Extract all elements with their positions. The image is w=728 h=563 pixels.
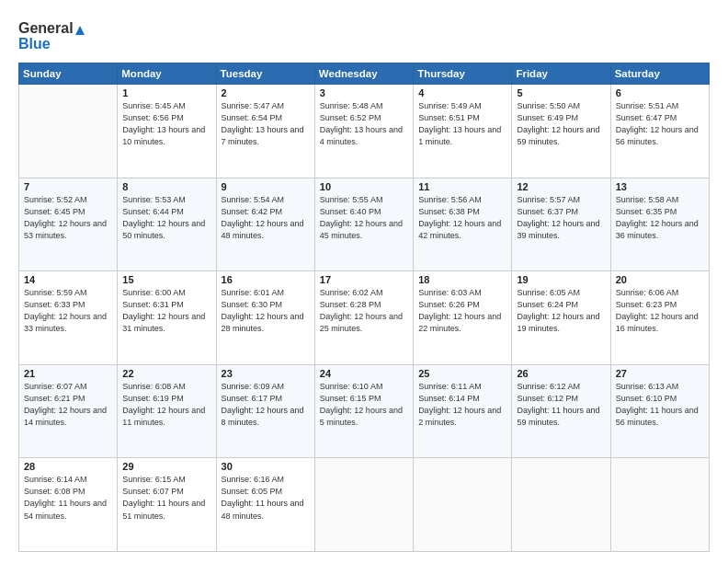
- calendar-header-row: SundayMondayTuesdayWednesdayThursdayFrid…: [19, 63, 710, 85]
- svg-marker-2: [75, 26, 85, 35]
- calendar-table: SundayMondayTuesdayWednesdayThursdayFrid…: [18, 63, 710, 552]
- day-number: 30: [222, 461, 310, 472]
- day-info: Sunrise: 6:01 AM Sunset: 6:30 PM Dayligh…: [222, 287, 310, 335]
- day-info: Sunrise: 6:08 AM Sunset: 6:19 PM Dayligh…: [122, 381, 210, 429]
- day-info: Sunrise: 5:47 AM Sunset: 6:54 PM Dayligh…: [222, 100, 310, 148]
- day-number: 23: [222, 368, 310, 379]
- day-info: Sunrise: 6:05 AM Sunset: 6:24 PM Dayligh…: [517, 287, 605, 335]
- day-info: Sunrise: 6:14 AM Sunset: 6:08 PM Dayligh…: [24, 474, 112, 522]
- calendar-cell: 17Sunrise: 6:02 AM Sunset: 6:28 PM Dayli…: [314, 271, 413, 365]
- day-number: 2: [222, 87, 310, 98]
- calendar-cell: 2Sunrise: 5:47 AM Sunset: 6:54 PM Daylig…: [216, 85, 314, 178]
- calendar-cell: 3Sunrise: 5:48 AM Sunset: 6:52 PM Daylig…: [314, 85, 413, 178]
- day-info: Sunrise: 6:15 AM Sunset: 6:07 PM Dayligh…: [122, 474, 210, 522]
- calendar-week-row: 1Sunrise: 5:45 AM Sunset: 6:56 PM Daylig…: [19, 85, 710, 178]
- calendar-cell: 18Sunrise: 6:03 AM Sunset: 6:26 PM Dayli…: [414, 271, 512, 365]
- calendar-cell: [610, 458, 709, 552]
- weekday-header-sunday: Sunday: [19, 63, 118, 85]
- calendar-cell: 7Sunrise: 5:52 AM Sunset: 6:45 PM Daylig…: [19, 178, 118, 271]
- day-info: Sunrise: 5:53 AM Sunset: 6:44 PM Dayligh…: [122, 194, 210, 242]
- day-info: Sunrise: 6:07 AM Sunset: 6:21 PM Dayligh…: [24, 381, 112, 429]
- calendar-cell: 30Sunrise: 6:16 AM Sunset: 6:05 PM Dayli…: [216, 458, 314, 552]
- day-number: 21: [24, 368, 112, 379]
- day-number: 25: [418, 368, 506, 379]
- day-number: 9: [222, 181, 310, 192]
- calendar-week-row: 7Sunrise: 5:52 AM Sunset: 6:45 PM Daylig…: [19, 178, 710, 271]
- day-info: Sunrise: 5:50 AM Sunset: 6:49 PM Dayligh…: [517, 100, 605, 148]
- calendar-cell: 29Sunrise: 6:15 AM Sunset: 6:07 PM Dayli…: [118, 458, 216, 552]
- day-number: 7: [24, 181, 112, 192]
- day-number: 22: [122, 368, 210, 379]
- day-number: 12: [517, 181, 605, 192]
- day-number: 16: [222, 274, 310, 285]
- calendar-cell: 6Sunrise: 5:51 AM Sunset: 6:47 PM Daylig…: [610, 85, 709, 178]
- weekday-header-thursday: Thursday: [414, 63, 512, 85]
- calendar-cell: 25Sunrise: 6:11 AM Sunset: 6:14 PM Dayli…: [414, 364, 512, 458]
- day-info: Sunrise: 6:09 AM Sunset: 6:17 PM Dayligh…: [222, 381, 310, 429]
- day-number: 20: [616, 274, 704, 285]
- calendar-cell: 20Sunrise: 6:06 AM Sunset: 6:23 PM Dayli…: [610, 271, 709, 365]
- day-number: 11: [418, 181, 506, 192]
- day-info: Sunrise: 5:55 AM Sunset: 6:40 PM Dayligh…: [320, 194, 408, 242]
- calendar-cell: 13Sunrise: 5:58 AM Sunset: 6:35 PM Dayli…: [610, 178, 709, 271]
- weekday-header-friday: Friday: [512, 63, 610, 85]
- calendar-cell: 22Sunrise: 6:08 AM Sunset: 6:19 PM Dayli…: [118, 364, 216, 458]
- svg-text:Blue: Blue: [18, 36, 51, 52]
- day-info: Sunrise: 6:13 AM Sunset: 6:10 PM Dayligh…: [616, 381, 704, 429]
- calendar-cell: 19Sunrise: 6:05 AM Sunset: 6:24 PM Dayli…: [512, 271, 610, 365]
- calendar-cell: 9Sunrise: 5:54 AM Sunset: 6:42 PM Daylig…: [216, 178, 314, 271]
- day-number: 10: [320, 181, 408, 192]
- calendar-week-row: 14Sunrise: 5:59 AM Sunset: 6:33 PM Dayli…: [19, 271, 710, 365]
- day-info: Sunrise: 5:58 AM Sunset: 6:35 PM Dayligh…: [616, 194, 704, 242]
- day-info: Sunrise: 5:45 AM Sunset: 6:56 PM Dayligh…: [122, 100, 210, 148]
- day-info: Sunrise: 5:51 AM Sunset: 6:47 PM Dayligh…: [616, 100, 704, 148]
- calendar-cell: [512, 458, 610, 552]
- day-info: Sunrise: 5:52 AM Sunset: 6:45 PM Dayligh…: [24, 194, 112, 242]
- calendar-cell: 23Sunrise: 6:09 AM Sunset: 6:17 PM Dayli…: [216, 364, 314, 458]
- calendar-cell: 12Sunrise: 5:57 AM Sunset: 6:37 PM Dayli…: [512, 178, 610, 271]
- weekday-header-monday: Monday: [118, 63, 216, 85]
- calendar-cell: 26Sunrise: 6:12 AM Sunset: 6:12 PM Dayli…: [512, 364, 610, 458]
- day-number: 6: [616, 87, 704, 98]
- calendar-week-row: 21Sunrise: 6:07 AM Sunset: 6:21 PM Dayli…: [19, 364, 710, 458]
- day-info: Sunrise: 6:03 AM Sunset: 6:26 PM Dayligh…: [418, 287, 506, 335]
- day-number: 8: [122, 181, 210, 192]
- day-number: 1: [122, 87, 210, 98]
- day-info: Sunrise: 6:12 AM Sunset: 6:12 PM Dayligh…: [517, 381, 605, 429]
- calendar-cell: 10Sunrise: 5:55 AM Sunset: 6:40 PM Dayli…: [314, 178, 413, 271]
- day-info: Sunrise: 5:48 AM Sunset: 6:52 PM Dayligh…: [320, 100, 408, 148]
- calendar-cell: [314, 458, 413, 552]
- day-number: 19: [517, 274, 605, 285]
- calendar-cell: [19, 85, 118, 178]
- day-number: 17: [320, 274, 408, 285]
- calendar-cell: 24Sunrise: 6:10 AM Sunset: 6:15 PM Dayli…: [314, 364, 413, 458]
- day-info: Sunrise: 5:49 AM Sunset: 6:51 PM Dayligh…: [418, 100, 506, 148]
- logo-svg: GeneralBlue: [18, 17, 92, 53]
- weekday-header-tuesday: Tuesday: [216, 63, 314, 85]
- day-info: Sunrise: 6:02 AM Sunset: 6:28 PM Dayligh…: [320, 287, 408, 335]
- day-number: 14: [24, 274, 112, 285]
- weekday-header-wednesday: Wednesday: [314, 63, 413, 85]
- calendar-cell: 14Sunrise: 5:59 AM Sunset: 6:33 PM Dayli…: [19, 271, 118, 365]
- calendar-cell: 28Sunrise: 6:14 AM Sunset: 6:08 PM Dayli…: [19, 458, 118, 552]
- calendar-cell: 21Sunrise: 6:07 AM Sunset: 6:21 PM Dayli…: [19, 364, 118, 458]
- calendar-cell: 16Sunrise: 6:01 AM Sunset: 6:30 PM Dayli…: [216, 271, 314, 365]
- day-info: Sunrise: 6:10 AM Sunset: 6:15 PM Dayligh…: [320, 381, 408, 429]
- calendar-cell: 5Sunrise: 5:50 AM Sunset: 6:49 PM Daylig…: [512, 85, 610, 178]
- day-number: 27: [616, 368, 704, 379]
- day-info: Sunrise: 6:00 AM Sunset: 6:31 PM Dayligh…: [122, 287, 210, 335]
- day-number: 3: [320, 87, 408, 98]
- day-info: Sunrise: 6:11 AM Sunset: 6:14 PM Dayligh…: [418, 381, 506, 429]
- day-info: Sunrise: 5:56 AM Sunset: 6:38 PM Dayligh…: [418, 194, 506, 242]
- day-info: Sunrise: 5:54 AM Sunset: 6:42 PM Dayligh…: [222, 194, 310, 242]
- day-number: 15: [122, 274, 210, 285]
- day-number: 26: [517, 368, 605, 379]
- page-header: GeneralBlue: [18, 17, 710, 53]
- day-info: Sunrise: 5:57 AM Sunset: 6:37 PM Dayligh…: [517, 194, 605, 242]
- calendar-cell: [414, 458, 512, 552]
- calendar-cell: 4Sunrise: 5:49 AM Sunset: 6:51 PM Daylig…: [414, 85, 512, 178]
- logo: GeneralBlue: [18, 17, 92, 53]
- day-number: 28: [24, 461, 112, 472]
- day-number: 13: [616, 181, 704, 192]
- calendar-cell: 8Sunrise: 5:53 AM Sunset: 6:44 PM Daylig…: [118, 178, 216, 271]
